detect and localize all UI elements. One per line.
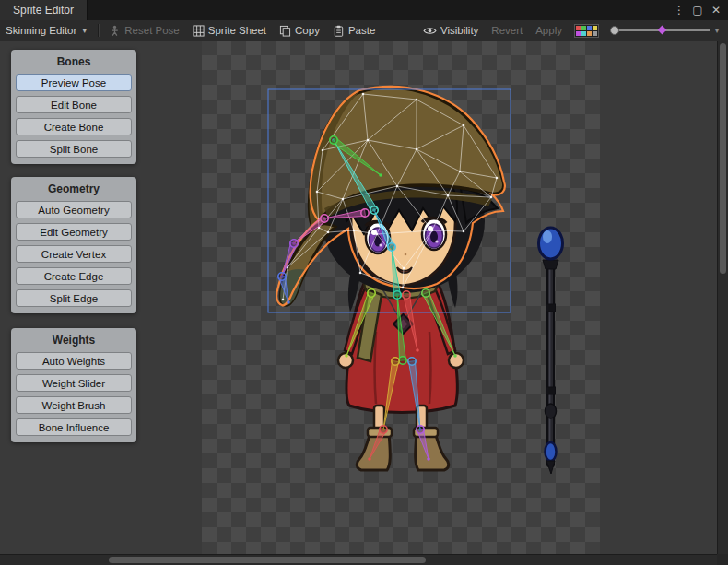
create-bone-button[interactable]: Create Bone [16, 118, 132, 135]
paste-icon [333, 25, 345, 37]
palette-color-cell [581, 31, 586, 36]
palette-color-cell [587, 26, 592, 30]
palette-color-cell [576, 26, 581, 30]
horizontal-scrollbar[interactable] [0, 554, 717, 565]
visibility-button[interactable]: Visibility [417, 20, 485, 41]
bone-influence-button[interactable]: Bone Influence [16, 418, 132, 436]
edit-bone-button[interactable]: Edit Bone [16, 96, 132, 113]
staff-sprite [539, 228, 563, 474]
titlebar: Sprite Editor ⋮ ▢ ✕ [0, 0, 728, 20]
toolbar-overflow-icon[interactable]: ▾ [711, 27, 722, 35]
edit-geometry-button[interactable]: Edit Geometry [16, 223, 132, 241]
character-body [338, 273, 464, 470]
preview-pose-button[interactable]: Preview Pose [16, 74, 132, 91]
mode-dropdown-label: Skinning Editor [6, 25, 76, 36]
canvas-area: Bones Preview Pose Edit Bone Create Bone… [0, 41, 728, 554]
split-edge-button[interactable]: Split Edge [16, 289, 132, 307]
toolbar-right-group: Visibility Revert Apply ▾ [417, 20, 728, 41]
paste-button[interactable]: Paste [326, 20, 382, 41]
window-controls: ⋮ ▢ ✕ [671, 0, 724, 20]
sprite-sheet-icon [193, 25, 205, 37]
auto-weights-button[interactable]: Auto Weights [16, 352, 132, 370]
panel-weights-title: Weights [11, 334, 136, 347]
reset-pose-icon [109, 25, 121, 37]
sprite-editor-window: Sprite Editor ⋮ ▢ ✕ Skinning Editor ▼ Re… [0, 0, 728, 565]
toolbar-separator [98, 24, 100, 37]
panel-bones-title: Bones [11, 55, 136, 68]
window-close-button[interactable]: ✕ [708, 2, 724, 18]
staff-gem [546, 442, 557, 461]
chevron-down-icon: ▼ [81, 28, 88, 34]
window-title: Sprite Editor [13, 4, 74, 17]
create-vertex-button[interactable]: Create Vertex [16, 245, 132, 263]
panel-geometry-title: Geometry [11, 182, 136, 195]
weight-brush-button[interactable]: Weight Brush [16, 396, 132, 414]
bone-color-palette-icon[interactable] [574, 24, 599, 38]
palette-color-cell [581, 26, 586, 30]
palette-color-cell [576, 31, 581, 36]
palette-color-cell [587, 31, 592, 36]
panel-weights: Weights Auto Weights Weight Slider Weigh… [11, 328, 136, 442]
sprite-sheet-button[interactable]: Sprite Sheet [186, 20, 273, 41]
create-edge-button[interactable]: Create Edge [16, 267, 132, 285]
slider-knob[interactable] [610, 26, 619, 35]
copy-button[interactable]: Copy [273, 20, 326, 41]
apply-button[interactable]: Apply [529, 20, 569, 41]
vertical-scrollbar-thumb[interactable] [720, 43, 726, 274]
tab-sprite-editor[interactable]: Sprite Editor [0, 0, 88, 20]
panel-geometry: Geometry Auto Geometry Edit Geometry Cre… [11, 177, 136, 313]
vertical-scrollbar[interactable] [717, 41, 728, 554]
eye-icon [423, 26, 437, 36]
weight-slider-button[interactable]: Weight Slider [16, 374, 132, 392]
palette-color-cell [593, 26, 597, 30]
auto-geometry-button[interactable]: Auto Geometry [16, 201, 132, 218]
copy-icon [279, 25, 291, 37]
split-bone-button[interactable]: Split Bone [16, 140, 132, 158]
revert-button[interactable]: Revert [485, 20, 529, 41]
opacity-slider[interactable] [608, 20, 711, 41]
palette-color-cell [593, 31, 597, 36]
window-menu-button[interactable]: ⋮ [671, 2, 687, 18]
toolbar: Skinning Editor ▼ Reset Pose Sprite Shee… [0, 20, 728, 41]
slider-marker [658, 26, 667, 35]
panel-bones: Bones Preview Pose Edit Bone Create Bone… [11, 50, 136, 164]
window-maximize-button[interactable]: ▢ [689, 2, 706, 18]
right-eye [422, 218, 446, 250]
reset-pose-button[interactable]: Reset Pose [102, 20, 185, 41]
horizontal-scrollbar-thumb[interactable] [109, 557, 426, 563]
scrollbar-corner [717, 554, 728, 565]
mode-dropdown[interactable]: Skinning Editor ▼ [0, 20, 95, 41]
